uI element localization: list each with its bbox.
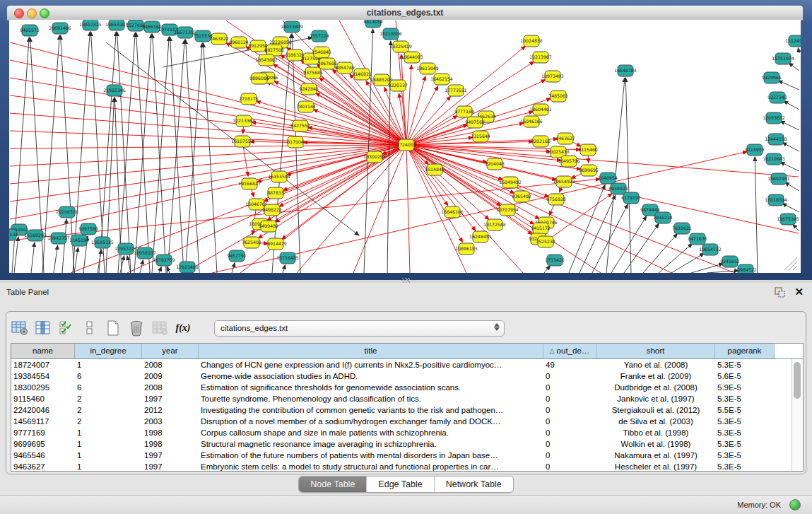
teal-node[interactable]: 7632621: [672, 223, 692, 234]
network-graph-svg[interactable]: 7463822896012489129542222605898275081854…: [9, 20, 801, 273]
teal-node[interactable]: 8215953: [745, 144, 765, 156]
yellow-node[interactable]: 7485063: [548, 90, 568, 102]
yellow-node[interactable]: 8960124: [229, 37, 249, 48]
black-edge[interactable]: [134, 34, 151, 273]
yellow-node[interactable]: 9499489: [259, 221, 278, 232]
teal-node[interactable]: 8471676: [688, 233, 707, 245]
teal-node[interactable]: 9457791: [227, 250, 247, 262]
table-row[interactable]: 977716911998Corpus callosum shape and si…: [11, 427, 803, 438]
yellow-node[interactable]: 7803144: [296, 101, 316, 112]
yellow-node[interactable]: 12213363: [233, 115, 255, 127]
delete-trash-icon[interactable]: [127, 319, 146, 337]
red-edge[interactable]: [287, 145, 406, 175]
teal-node[interactable]: 21915346: [103, 85, 126, 96]
column-header-title[interactable]: title: [199, 344, 543, 358]
resize-grip-icon[interactable]: [793, 266, 797, 270]
black-edge[interactable]: [54, 245, 58, 273]
black-edge[interactable]: [14, 237, 18, 273]
teal-node[interactable]: 10653287: [105, 20, 128, 30]
black-edge[interactable]: [167, 40, 184, 273]
resize-grip-icon[interactable]: [789, 262, 797, 270]
yellow-node[interactable]: 13172548: [483, 219, 506, 230]
yellow-node[interactable]: 887833: [267, 187, 284, 199]
black-edge[interactable]: [283, 264, 286, 273]
teal-node[interactable]: 10984522: [734, 264, 757, 273]
black-edge[interactable]: [785, 182, 799, 191]
yellow-node[interactable]: 9497568: [465, 117, 485, 128]
black-edge[interactable]: [118, 33, 135, 273]
teal-node[interactable]: 13505115: [91, 237, 114, 248]
teal-node[interactable]: 2935114: [653, 212, 673, 223]
yellow-node[interactable]: 18644093: [401, 52, 423, 63]
float-window-icon[interactable]: [775, 287, 785, 298]
tab-node-table[interactable]: Node Table: [299, 477, 367, 492]
yellow-node[interactable]: 8365492: [512, 191, 531, 202]
teal-node[interactable]: 11568293: [24, 230, 47, 241]
unselect-all-icon[interactable]: [81, 319, 99, 337]
black-edge[interactable]: [780, 162, 799, 171]
teal-node[interactable]: 9227343: [767, 92, 787, 103]
yellow-node[interactable]: 9202160: [531, 136, 551, 147]
yellow-node[interactable]: 18604401: [529, 104, 552, 115]
black-edge[interactable]: [625, 78, 631, 273]
yellow-node[interactable]: 8220337: [388, 80, 408, 91]
black-edge[interactable]: [31, 243, 35, 273]
yellow-node[interactable]: 17773551: [445, 85, 467, 96]
black-edge[interactable]: [659, 244, 692, 273]
network-view-canvas[interactable]: 7463822896012489129542222605898275081854…: [9, 20, 801, 273]
black-edge[interactable]: [204, 43, 217, 273]
yellow-node[interactable]: 19654923: [553, 176, 575, 187]
red-edge[interactable]: [10, 145, 406, 184]
black-edge[interactable]: [170, 37, 184, 273]
vertical-scrollbar[interactable]: [792, 359, 803, 471]
yellow-node[interactable]: 8427552: [290, 120, 310, 132]
red-edge[interactable]: [401, 54, 406, 145]
black-edge[interactable]: [784, 101, 799, 110]
black-edge[interactable]: [592, 204, 628, 273]
yellow-node[interactable]: 9375685: [303, 67, 323, 78]
red-edge[interactable]: [406, 145, 799, 177]
red-edge[interactable]: [406, 46, 526, 145]
table-row[interactable]: 1456911722003Disruption of a novel membe…: [11, 416, 803, 427]
yellow-node[interactable]: 9242848: [299, 83, 319, 95]
yellow-node[interactable]: 10896153: [455, 243, 478, 255]
black-edge[interactable]: [272, 34, 291, 273]
teal-node[interactable]: 1733426: [545, 255, 565, 266]
table-row[interactable]: 1938455462009Genome-wide association stu…: [11, 370, 803, 382]
column-header-pagerank[interactable]: pagerank: [715, 344, 775, 358]
teal-node[interactable]: 15751074: [772, 53, 794, 64]
yellow-node[interactable]: 2718176: [239, 93, 259, 105]
teal-node[interactable]: 9405573: [20, 25, 40, 36]
black-edge[interactable]: [643, 234, 677, 273]
red-edge[interactable]: [406, 145, 799, 233]
yellow-node[interactable]: 10707954: [496, 204, 519, 216]
yellow-node[interactable]: 16495796: [558, 156, 580, 167]
tab-edge-table[interactable]: Edge Table: [367, 477, 434, 492]
column-header-year[interactable]: year: [142, 344, 199, 358]
black-edge[interactable]: [782, 143, 799, 151]
teal-node[interactable]: 7515536: [193, 30, 213, 42]
yellow-node[interactable]: 15049492: [499, 177, 522, 188]
yellow-node[interactable]: 9463627: [555, 133, 575, 144]
table-source-dropdown[interactable]: citations_edges.txt: [214, 320, 505, 337]
black-edge[interactable]: [62, 219, 66, 273]
yellow-node[interactable]: 12213967: [529, 52, 552, 63]
teal-node[interactable]: 11675345: [777, 214, 799, 225]
column-header-out_de[interactable]: △out_de…: [543, 344, 596, 358]
yellow-node[interactable]: 10973493: [541, 71, 564, 82]
yellow-node[interactable]: 7525234: [536, 236, 555, 247]
teal-node[interactable]: 1640954: [598, 173, 618, 184]
yellow-node[interactable]: 9115460: [578, 144, 598, 156]
black-edge[interactable]: [117, 32, 131, 273]
teal-node[interactable]: 9245652: [720, 256, 740, 267]
red-edge[interactable]: [406, 65, 411, 145]
black-edge[interactable]: [789, 63, 799, 71]
yellow-node[interactable]: 9146821: [352, 69, 372, 80]
show-columns-icon[interactable]: [34, 319, 52, 337]
yellow-node[interactable]: 16046166: [520, 116, 543, 127]
teal-node[interactable]: 15692931: [767, 173, 790, 185]
black-edge[interactable]: [74, 247, 78, 273]
teal-node[interactable]: 9329966: [762, 72, 782, 83]
network-window-titlebar[interactable]: citations_edges.txt: [7, 6, 803, 21]
black-edge[interactable]: [778, 81, 799, 90]
